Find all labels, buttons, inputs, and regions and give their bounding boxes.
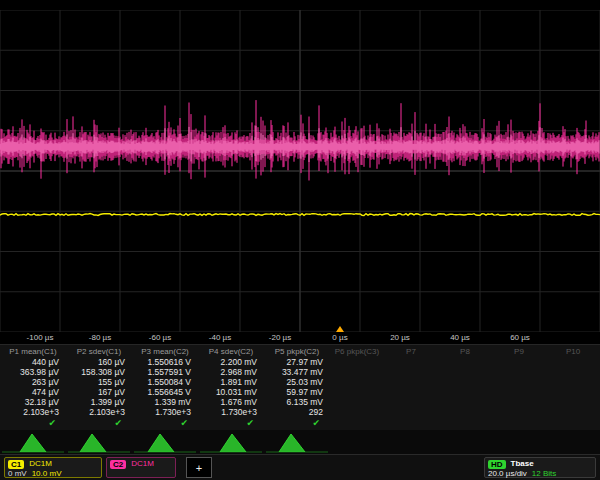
measure-value: 160 µV: [66, 357, 132, 367]
plus-icon: +: [196, 462, 202, 474]
measure-column-p6[interactable]: P6 pkpk(C3): [330, 346, 384, 430]
measure-value: 1.730e+3: [198, 407, 264, 417]
measure-value: 1.550616 V: [132, 357, 198, 367]
measure-column-p5[interactable]: P5 pkpk(C2)27.97 mV33.477 mV25.03 mV59.9…: [264, 346, 330, 430]
measure-value: 32.18 µV: [0, 397, 66, 407]
oscilloscope-screen: MEASURELINES -100 µs-80 µs-60 µs-40 µs-2…: [0, 0, 600, 480]
time-tick-label: 0 µs: [332, 333, 347, 342]
measure-header[interactable]: P2 sdev(C1): [66, 346, 132, 357]
measure-status-ok: ✔: [0, 417, 66, 429]
time-tick-label: -80 µs: [89, 333, 111, 342]
measure-value: 263 µV: [0, 377, 66, 387]
hd-badge: HD: [488, 460, 506, 469]
time-tick-label: -20 µs: [269, 333, 291, 342]
measure-value: 2.968 mV: [198, 367, 264, 377]
measure-column-p9[interactable]: P9: [492, 346, 546, 430]
measure-value: 6.135 mV: [264, 397, 330, 407]
measure-header[interactable]: P5 pkpk(C2): [264, 346, 330, 357]
channel1-coupling: DC1M: [29, 459, 52, 469]
measure-value: 292: [264, 407, 330, 417]
histicon-row: [0, 430, 600, 454]
measure-value: 158.308 µV: [66, 367, 132, 377]
measure-value: 474 µV: [0, 387, 66, 397]
measure-value: 363.98 µV: [0, 367, 66, 377]
measure-value: 1.550084 V: [132, 377, 198, 387]
measure-header[interactable]: P6 pkpk(C3): [330, 346, 384, 357]
histicon-p4[interactable]: [198, 430, 264, 454]
bottom-bar: C1 DC1M 0 mV 10.0 mV C2 DC1M + HD Tbase: [0, 454, 600, 480]
measure-value: 155 µV: [66, 377, 132, 387]
time-tick-label: -60 µs: [149, 333, 171, 342]
measure-header[interactable]: P1 mean(C1): [0, 346, 66, 357]
measure-value: 2.103e+3: [0, 407, 66, 417]
channel1-chip[interactable]: C1: [8, 460, 24, 469]
measure-value: 59.97 mV: [264, 387, 330, 397]
measure-value: 1.556645 V: [132, 387, 198, 397]
channel1-descriptor[interactable]: C1 DC1M 0 mV 10.0 mV: [4, 457, 102, 478]
channel2-coupling: DC1M: [131, 459, 154, 469]
measure-column-p1[interactable]: P1 mean(C1)440 µV363.98 µV263 µV474 µV32…: [0, 346, 66, 430]
measure-value: 33.477 mV: [264, 367, 330, 377]
timebase-bits: 12 Bits: [532, 469, 556, 479]
top-strip: MEASURELINES: [0, 0, 600, 10]
measure-header[interactable]: P7: [384, 346, 438, 357]
measure-value: 2.200 mV: [198, 357, 264, 367]
timebase-descriptor[interactable]: HD Tbase 20.0 µs/div 12 Bits: [484, 457, 596, 478]
measure-value: 10.031 mV: [198, 387, 264, 397]
channel2-chip[interactable]: C2: [110, 460, 126, 469]
measure-value: 1.891 mV: [198, 377, 264, 387]
measure-column-p3[interactable]: P3 mean(C2)1.550616 V1.557591 V1.550084 …: [132, 346, 198, 430]
measure-value: 1.676 mV: [198, 397, 264, 407]
channel2-descriptor[interactable]: C2 DC1M: [106, 457, 176, 478]
channel1-vdiv: 10.0 mV: [32, 469, 62, 479]
measure-value: 1.730e+3: [132, 407, 198, 417]
measure-value: 25.03 mV: [264, 377, 330, 387]
histicon-p5[interactable]: [264, 430, 330, 454]
channel1-offset: 0 mV: [8, 469, 27, 479]
measure-value: 2.103e+3: [66, 407, 132, 417]
measure-value: 1.557591 V: [132, 367, 198, 377]
measure-value: 1.399 µV: [66, 397, 132, 407]
histicon-p1[interactable]: [0, 430, 66, 454]
time-tick-label: 40 µs: [450, 333, 470, 342]
timebase-label: Tbase: [511, 459, 534, 469]
measure-value: 1.339 mV: [132, 397, 198, 407]
measure-header[interactable]: P3 mean(C2): [132, 346, 198, 357]
measure-value: 440 µV: [0, 357, 66, 367]
measure-header[interactable]: P10: [546, 346, 600, 357]
measure-status-ok: ✔: [66, 417, 132, 429]
measure-header[interactable]: P4 sdev(C2): [198, 346, 264, 357]
histicon-p2[interactable]: [66, 430, 132, 454]
time-tick-label: -40 µs: [209, 333, 231, 342]
timebase-value: 20.0 µs/div: [488, 469, 527, 479]
time-tick-label: -100 µs: [27, 333, 54, 342]
measure-status-ok: ✔: [264, 417, 330, 429]
time-tick-label: 20 µs: [390, 333, 410, 342]
measure-value: 167 µV: [66, 387, 132, 397]
histicon-p3[interactable]: [132, 430, 198, 454]
measure-header[interactable]: P9: [492, 346, 546, 357]
measure-column-p8[interactable]: P8: [438, 346, 492, 430]
time-axis: -100 µs-80 µs-60 µs-40 µs-20 µs0 µs20 µs…: [0, 332, 600, 344]
add-trace-button[interactable]: +: [186, 457, 212, 478]
time-tick-label: 60 µs: [510, 333, 530, 342]
measure-column-p2[interactable]: P2 sdev(C1)160 µV158.308 µV155 µV167 µV1…: [66, 346, 132, 430]
measure-value: 27.97 mV: [264, 357, 330, 367]
waveform-display: [0, 10, 600, 332]
measure-column-p7[interactable]: P7: [384, 346, 438, 430]
measure-table: P1 mean(C1)440 µV363.98 µV263 µV474 µV32…: [0, 344, 600, 430]
measure-column-p4[interactable]: P4 sdev(C2)2.200 mV2.968 mV1.891 mV10.03…: [198, 346, 264, 430]
measure-header[interactable]: P8: [438, 346, 492, 357]
measure-status-ok: ✔: [198, 417, 264, 429]
waveform-graticule[interactable]: [0, 10, 600, 332]
measure-status-ok: ✔: [132, 417, 198, 429]
measure-column-p10[interactable]: P10: [546, 346, 600, 430]
